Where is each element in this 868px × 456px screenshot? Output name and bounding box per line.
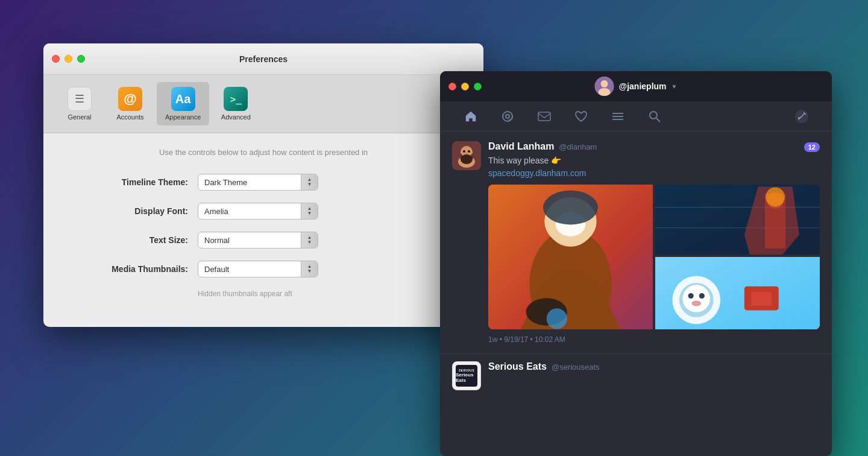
text-size-select[interactable]: Normal ▲ ▼ [198,232,318,249]
appearance-icon: Aa [171,87,195,111]
accounts-icon: @ [118,87,142,111]
tweet-feed[interactable]: David Lanham @dlanham 12 This way please… [440,131,832,456]
svg-line-10 [656,118,660,122]
tweet-image-2 [655,185,820,255]
display-font-select[interactable]: Amelia ▲ ▼ [198,203,318,220]
svg-point-42 [699,293,705,299]
svg-rect-7 [612,116,623,117]
nav-search-icon[interactable] [636,101,673,131]
david-avatar [452,141,481,170]
tab-general[interactable]: ☰ General [55,82,104,125]
tweetbot-topnav [440,101,832,131]
media-thumbnails-row: Media Thumbnails: Default ▲ ▼ [68,261,459,277]
advanced-icon: >_ [224,87,248,111]
tab-general-label: General [68,113,91,121]
svg-point-43 [691,301,701,306]
select-arrows-2: ▲ ▼ [301,203,318,219]
general-icon: ☰ [68,87,92,111]
tweet-name-row: David Lanham @dlanham 12 [488,141,820,152]
svg-point-5 [506,115,509,118]
select-arrows-3: ▲ ▼ [301,232,318,248]
svg-point-20 [461,154,473,164]
nav-lists-icon[interactable] [599,101,636,131]
text-size-row: Text Size: Normal ▲ ▼ [68,232,459,249]
close-button[interactable] [52,55,60,63]
svg-point-41 [688,293,694,299]
tweet-body: David Lanham @dlanham 12 This way please… [488,141,820,344]
tab-accounts-label: Accounts [116,113,143,121]
timeline-theme-value: Dark Theme [198,178,301,187]
tweet-link[interactable]: spacedoggy.dlanham.com [488,168,586,178]
preferences-content: Use the controls below to adjust how con… [43,133,483,312]
tweet-image-1 [488,185,653,329]
svg-point-17 [463,150,465,153]
eats-logo-text: Serious Eats [456,372,477,383]
nav-messages-icon[interactable] [526,101,562,131]
svg-point-29 [547,308,567,329]
tweet-maximize-button[interactable] [474,83,482,90]
eats-tweet-body: Serious Eats @seriouseats [488,361,820,375]
window-title: Preferences [239,54,288,64]
tab-accounts[interactable]: @ Accounts [106,82,154,125]
svg-point-3 [602,81,608,87]
nav-spacer [673,101,783,131]
maximize-button[interactable] [77,55,85,63]
tab-appearance-label: Appearance [165,113,201,121]
tweet-card-david: David Lanham @dlanham 12 This way please… [440,131,832,354]
timeline-theme-label: Timeline Theme: [68,177,188,187]
prefs-footnote: Hidden thumbnails appear aft [68,290,459,298]
text-size-label: Text Size: [68,235,188,245]
profile-avatar [595,77,614,96]
timeline-theme-select[interactable]: Dark Theme ▲ ▼ [198,174,318,191]
display-font-label: Display Font: [68,206,188,216]
eats-avatar: SERIOUS Serious Eats [452,361,481,390]
dropdown-arrow-icon: ▼ [671,83,678,90]
profile-username: @janieplum [619,81,667,91]
media-thumbnails-label: Media Thumbnails: [68,264,188,274]
svg-point-9 [650,112,657,119]
tweet-image-3 [655,257,820,329]
nav-home-icon[interactable] [452,101,489,131]
tweet-card-eats: SERIOUS Serious Eats Serious Eats @serio… [440,354,832,397]
tweet-author-name: David Lanham [488,141,554,152]
eats-author-handle: @seriouseats [552,363,600,372]
tab-advanced-label: Advanced [221,113,251,121]
tab-advanced[interactable]: >_ Advanced [212,82,260,125]
eats-author-name: Serious Eats [488,361,547,372]
svg-point-18 [468,150,470,153]
preferences-toolbar: ☰ General @ Accounts Aa Appearance >_ Ad… [43,75,483,133]
svg-point-36 [766,188,785,207]
tweet-author-handle: @dlanham [559,142,597,151]
select-arrows: ▲ ▼ [301,174,318,190]
svg-rect-45 [751,292,772,306]
minimize-button[interactable] [64,55,72,63]
preferences-window: Preferences ☰ General @ Accounts Aa Appe… [43,43,483,327]
display-font-value: Amelia [198,207,301,216]
tweet-timestamp: 1w • 9/19/17 • 10:02 AM [488,335,820,344]
nav-mentions-icon[interactable] [489,101,526,131]
prefs-description: Use the controls below to adjust how con… [68,148,459,157]
david-avatar-image [452,141,481,170]
tweet-traffic-lights [448,83,482,90]
tweetbot-titlebar: @janieplum ▼ [440,71,832,101]
tweet-minimize-button[interactable] [461,83,469,90]
tweet-text: This way please 👉 spacedoggy.dlanham.com [488,154,820,180]
tweetbot-window: @janieplum ▼ [440,71,832,456]
nav-compose-icon[interactable] [783,101,820,131]
tweet-close-button[interactable] [448,83,456,90]
svg-rect-8 [612,119,623,120]
preferences-titlebar: Preferences [43,43,483,75]
media-thumbnails-value: Default [198,265,301,274]
tweet-header: David Lanham @dlanham 12 This way please… [452,141,820,344]
text-size-value: Normal [198,236,301,245]
profile-area[interactable]: @janieplum ▼ [595,77,678,96]
media-thumbnails-select[interactable]: Default ▲ ▼ [198,261,318,277]
tweet-images [488,185,820,329]
tab-appearance[interactable]: Aa Appearance [157,82,209,125]
tweet-badge: 12 [804,142,820,152]
display-font-row: Display Font: Amelia ▲ ▼ [68,203,459,220]
svg-point-40 [683,285,711,312]
traffic-lights [52,55,85,63]
nav-likes-icon[interactable] [562,101,599,131]
select-arrows-4: ▲ ▼ [301,261,318,277]
